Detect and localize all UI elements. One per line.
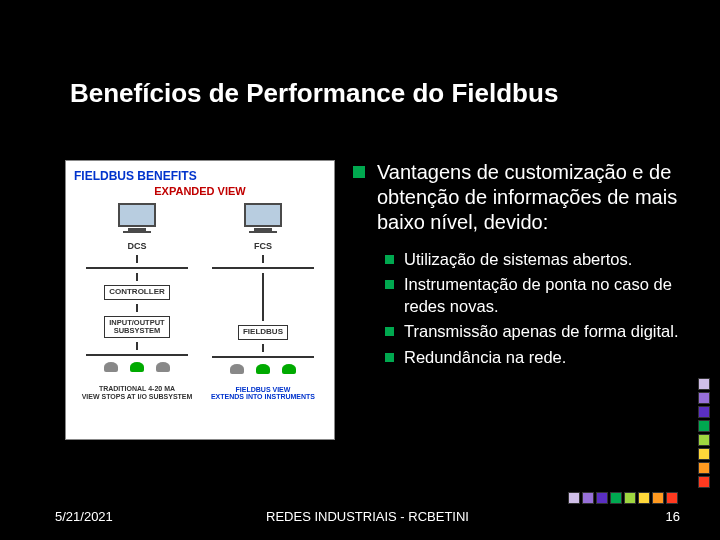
text-column: Vantagens de customização e de obtenção … [353, 160, 680, 440]
controller-box: CONTROLLER [104, 285, 170, 300]
sub-bullet-text: Redundância na rede. [404, 347, 566, 368]
valve-icon [281, 364, 297, 380]
sub-bullet: Transmissão apenas de forma digital. [385, 321, 680, 342]
sub-bullet: Redundância na rede. [385, 347, 680, 368]
palette-swatch [698, 420, 710, 432]
bullet-square-icon [385, 280, 394, 289]
valves-left [103, 362, 171, 378]
main-bullet-text: Vantagens de customização e de obtenção … [377, 160, 680, 235]
palette-swatch [666, 492, 678, 504]
sub-bullet-text: Utilização de sistemas abertos. [404, 249, 632, 270]
figure-subheading: EXPANDED VIEW [74, 185, 326, 197]
bullet-square-icon [385, 327, 394, 336]
bullet-square-icon [385, 353, 394, 362]
valves-right [229, 364, 297, 380]
diagram-left-col: DCS CONTROLLER INPUT/OUTPUT SUBSYSTEM TR… [80, 203, 193, 401]
monitor-icon [242, 203, 284, 237]
palette-swatch [698, 378, 710, 390]
caption-left: TRADITIONAL 4-20 MA VIEW STOPS AT I/O SU… [82, 385, 193, 400]
slide: Benefícios de Performance do Fieldbus FI… [0, 0, 720, 540]
sub-bullet: Instrumentação de ponta no caso de redes… [385, 274, 680, 317]
slide-title: Benefícios de Performance do Fieldbus [70, 78, 680, 109]
footer-center: REDES INDUSTRIAIS - RCBETINI [266, 509, 469, 524]
valve-icon [255, 364, 271, 380]
fieldbus-box: FIELDBUS [238, 325, 288, 340]
palette-swatch [698, 462, 710, 474]
palette-swatch [652, 492, 664, 504]
valve-icon [155, 362, 171, 378]
dcs-label: DCS [127, 241, 146, 251]
sub-bullet: Utilização de sistemas abertos. [385, 249, 680, 270]
diagram-body: DCS CONTROLLER INPUT/OUTPUT SUBSYSTEM TR… [74, 203, 326, 401]
valve-icon [129, 362, 145, 378]
sub-bullet-text: Transmissão apenas de forma digital. [404, 321, 679, 342]
footer-date: 5/21/2021 [55, 509, 113, 524]
sub-bullet-text: Instrumentação de ponta no caso de redes… [404, 274, 680, 317]
palette-swatch [596, 492, 608, 504]
footer: 5/21/2021 REDES INDUSTRIAIS - RCBETINI 1… [55, 509, 680, 524]
palette-swatch [698, 476, 710, 488]
fcs-label: FCS [254, 241, 272, 251]
palette-swatch [698, 392, 710, 404]
bullet-square-icon [385, 255, 394, 264]
diagram-right-col: FCS FIELDBUS FIELDBUS VIEW EXTENDS INTO … [206, 203, 319, 401]
palette-swatch [582, 492, 594, 504]
caption-right: FIELDBUS VIEW EXTENDS INTO INSTRUMENTS [211, 386, 315, 401]
sub-bullet-list: Utilização de sistemas abertos. Instrume… [353, 249, 680, 368]
palette-swatch [698, 448, 710, 460]
palette-swatch [568, 492, 580, 504]
color-strip-vertical [698, 378, 710, 488]
bullet-square-icon [353, 166, 365, 178]
diagram-figure: FIELDBUS BENEFITS EXPANDED VIEW DCS CONT… [65, 160, 335, 440]
palette-swatch [698, 434, 710, 446]
monitor-icon [116, 203, 158, 237]
main-bullet: Vantagens de customização e de obtenção … [353, 160, 680, 235]
io-box: INPUT/OUTPUT SUBSYSTEM [104, 316, 169, 339]
palette-swatch [610, 492, 622, 504]
valve-icon [229, 364, 245, 380]
palette-swatch [638, 492, 650, 504]
footer-page: 16 [666, 509, 680, 524]
palette-swatch [698, 406, 710, 418]
color-strip-horizontal [568, 492, 678, 504]
valve-icon [103, 362, 119, 378]
figure-heading: FIELDBUS BENEFITS [74, 169, 326, 183]
palette-swatch [624, 492, 636, 504]
slide-content: FIELDBUS BENEFITS EXPANDED VIEW DCS CONT… [65, 160, 680, 440]
